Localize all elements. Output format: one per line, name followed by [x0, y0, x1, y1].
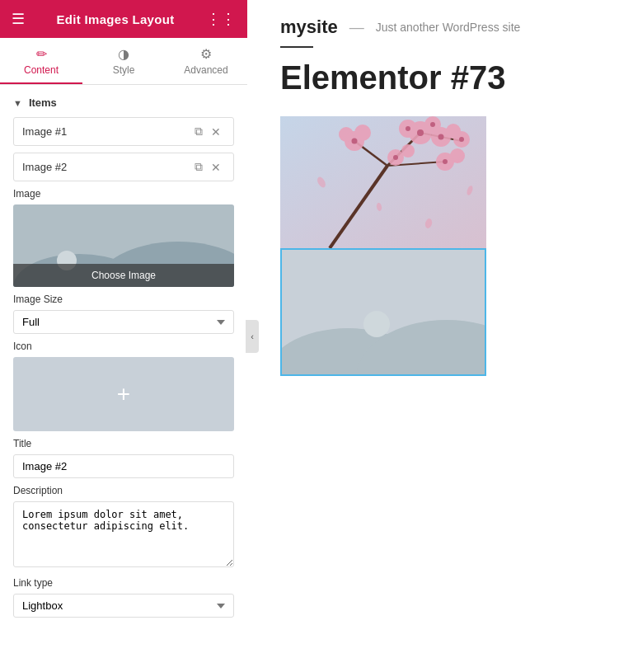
image-size-label: Image Size [13, 294, 234, 305]
icon-field-label: Icon [13, 341, 234, 352]
tabs-bar: ✏ Content ◑ Style ⚙ Advanced [0, 38, 247, 85]
gallery-area [280, 116, 486, 376]
description-textarea[interactable]: Lorem ipsum dolor sit amet, consectetur … [13, 501, 234, 567]
panel-content: ▼ Items Image #1 ⧉ ✕ Image #2 ⧉ ✕ Image [0, 85, 247, 672]
site-separator: — [349, 19, 364, 36]
panel-collapse-handle[interactable]: ‹ [246, 320, 259, 353]
svg-point-26 [438, 134, 444, 140]
choose-image-button[interactable]: Choose Image [13, 264, 234, 287]
gallery-image-2[interactable] [280, 248, 486, 376]
gallery-placeholder-svg [282, 250, 486, 376]
image1-delete-button[interactable]: ✕ [207, 124, 225, 140]
page-title: Elementor #73 [280, 59, 600, 96]
cherry-blossom-svg [280, 116, 486, 248]
svg-point-17 [339, 127, 354, 142]
link-type-select[interactable]: None Lightbox Custom URL [13, 594, 234, 618]
svg-point-25 [406, 126, 410, 131]
icon-field-group: Icon + [13, 341, 234, 431]
svg-point-28 [352, 139, 358, 144]
svg-point-15 [446, 124, 461, 139]
image1-label: Image #1 [22, 125, 190, 138]
svg-point-23 [417, 129, 424, 136]
right-panel: mysite — Just another WordPress site Ele… [247, 0, 633, 672]
topbar-title: Edit Images Layout [57, 12, 175, 26]
svg-point-18 [354, 125, 371, 141]
image1-duplicate-button[interactable]: ⧉ [190, 123, 207, 140]
tab-style[interactable]: ◑ Style [82, 38, 165, 84]
image-size-field-group: Image Size Full Large Medium Thumbnail [13, 294, 234, 334]
description-field-label: Description [13, 485, 234, 496]
svg-point-24 [430, 122, 435, 127]
collapse-icon: ‹ [251, 331, 254, 341]
grid-icon[interactable]: ⋮⋮ [206, 10, 236, 28]
style-tab-label: Style [113, 64, 135, 76]
hamburger-icon[interactable]: ☰ [12, 10, 25, 28]
advanced-tab-icon: ⚙ [200, 46, 212, 62]
style-tab-icon: ◑ [118, 46, 129, 62]
site-header: mysite — Just another WordPress site [247, 0, 633, 46]
content-tab-label: Content [24, 64, 59, 76]
svg-point-38 [363, 311, 390, 337]
svg-point-22 [401, 144, 415, 157]
items-arrow-icon: ▼ [13, 98, 22, 108]
image2-duplicate-button[interactable]: ⧉ [190, 158, 207, 176]
svg-point-27 [459, 137, 464, 142]
title-input[interactable] [13, 454, 234, 478]
image2-label: Image #2 [22, 161, 190, 173]
icon-placeholder[interactable]: + [13, 357, 234, 431]
items-section-label: Items [29, 96, 57, 109]
site-name: mysite [280, 16, 338, 38]
left-panel: ☰ Edit Images Layout ⋮⋮ ✏ Content ◑ Styl… [0, 0, 247, 672]
image1-row: Image #1 ⧉ ✕ [13, 117, 234, 146]
add-icon: + [117, 381, 130, 407]
link-type-field-group: Link type None Lightbox Custom URL [13, 577, 234, 618]
tab-content[interactable]: ✏ Content [0, 38, 82, 84]
content-tab-icon: ✏ [36, 46, 47, 62]
svg-point-20 [450, 148, 465, 163]
top-bar: ☰ Edit Images Layout ⋮⋮ [0, 0, 247, 38]
title-field-label: Title [13, 438, 234, 449]
description-field-group: Description Lorem ipsum dolor sit amet, … [13, 485, 234, 571]
image-field-group: Image Choose Image [13, 188, 234, 287]
link-type-label: Link type [13, 577, 234, 589]
advanced-tab-label: Advanced [184, 64, 227, 76]
svg-point-30 [393, 155, 398, 160]
image-field-label: Image [13, 188, 234, 200]
svg-point-29 [443, 159, 448, 164]
site-divider [280, 46, 313, 48]
title-field-group: Title [13, 438, 234, 478]
gallery-image-1[interactable] [280, 116, 486, 248]
image2-row: Image #2 ⧉ ✕ [13, 153, 234, 181]
items-section-header[interactable]: ▼ Items [0, 85, 247, 117]
tab-advanced[interactable]: ⚙ Advanced [165, 38, 247, 84]
image2-delete-button[interactable]: ✕ [207, 159, 225, 176]
image-size-select[interactable]: Full Large Medium Thumbnail [13, 310, 234, 334]
site-tagline: Just another WordPress site [376, 21, 521, 34]
image-placeholder[interactable]: Choose Image [13, 204, 234, 287]
